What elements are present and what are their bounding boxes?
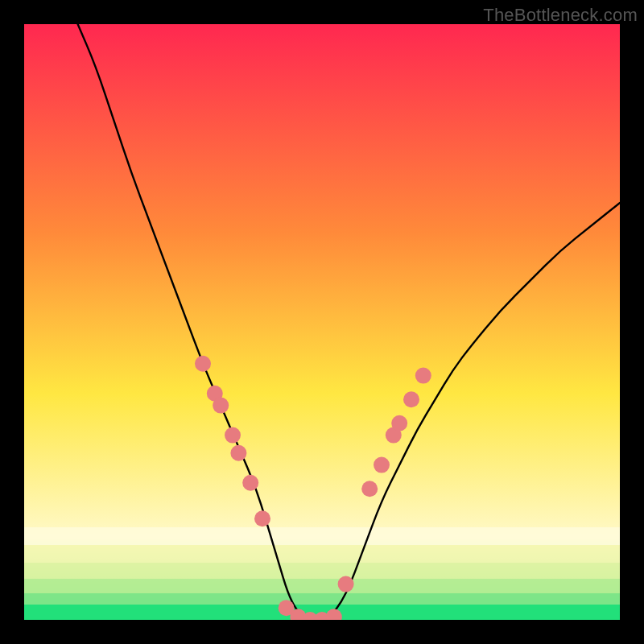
marker-point (338, 576, 354, 592)
watermark-text: TheBottleneck.com (483, 5, 638, 26)
chart-frame (24, 24, 620, 620)
marker-point (213, 398, 229, 414)
marker-point (403, 391, 419, 407)
marker-point (242, 475, 258, 491)
pale-band-3 (24, 563, 620, 579)
marker-point (361, 481, 378, 497)
marker-point (230, 445, 246, 461)
marker-point (415, 368, 431, 384)
marker-point (195, 356, 211, 372)
marker-point (391, 415, 407, 431)
marker-point (254, 510, 270, 526)
bottleneck-chart (24, 24, 620, 620)
pale-band-2 (24, 545, 620, 563)
marker-point (225, 427, 241, 444)
marker-point (374, 457, 390, 473)
pale-band-1 (24, 527, 620, 545)
pale-band-5 (24, 593, 620, 605)
pale-band-4 (24, 579, 620, 593)
